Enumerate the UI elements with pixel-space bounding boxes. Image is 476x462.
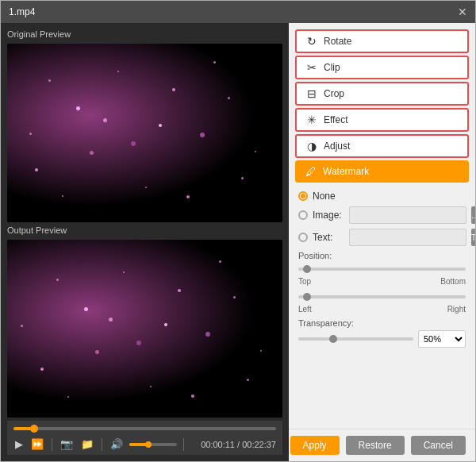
crop-icon: ⊟ xyxy=(305,87,319,100)
progress-track[interactable] xyxy=(13,427,276,430)
transparency-value-select[interactable]: 50% xyxy=(418,330,466,348)
right-label: Right xyxy=(447,305,466,314)
top-bottom-track xyxy=(298,268,466,271)
progress-bar[interactable] xyxy=(13,424,276,433)
none-radio[interactable] xyxy=(298,191,308,201)
watermark-content: None Image: ... Text: T ▦ xyxy=(289,183,475,429)
none-option-row: None xyxy=(298,191,466,202)
time-current: 00:00:11 xyxy=(201,440,235,449)
rotate-label: Rotate xyxy=(324,36,351,47)
volume-slider[interactable] xyxy=(129,443,177,446)
clip-button[interactable]: ✂ Clip xyxy=(295,56,469,79)
tool-buttons: ↻ Rotate ✂ Clip ⊟ Crop ✳ Effect ◑ Adju xyxy=(289,23,475,183)
output-preview xyxy=(7,240,282,418)
clip-label: Clip xyxy=(324,62,340,73)
adjust-label: Adjust xyxy=(324,141,350,152)
top-bottom-thumb[interactable] xyxy=(303,265,311,273)
watermark-label: Watermark xyxy=(323,166,369,177)
close-button[interactable]: ✕ xyxy=(458,6,467,17)
time-total: 00:22:37 xyxy=(242,440,276,449)
divider-3 xyxy=(183,438,184,451)
folder-button[interactable]: 📁 xyxy=(79,437,95,452)
left-right-labels: Left Right xyxy=(298,305,466,314)
text-format-button[interactable]: T xyxy=(471,229,475,246)
effect-button[interactable]: ✳ Effect xyxy=(295,108,469,132)
left-panel: Original Preview xyxy=(1,23,289,461)
watermark-icon: 🖊 xyxy=(304,165,318,178)
apply-button[interactable]: Apply xyxy=(290,436,340,455)
right-panel: ↻ Rotate ✂ Clip ⊟ Crop ✳ Effect ◑ Adju xyxy=(289,23,475,461)
transparency-thumb[interactable] xyxy=(329,335,337,343)
watermark-button[interactable]: 🖊 Watermark xyxy=(295,160,469,183)
rotate-button[interactable]: ↻ Rotate xyxy=(295,29,469,53)
left-label: Left xyxy=(298,305,312,314)
text-label: Text: xyxy=(313,232,344,243)
image-browse-button[interactable]: ... xyxy=(471,206,475,224)
capture-button[interactable]: 📷 xyxy=(59,437,75,452)
rotate-icon: ↻ xyxy=(305,35,319,48)
original-preview xyxy=(7,44,282,222)
left-right-slider[interactable] xyxy=(298,291,466,303)
transparency-track xyxy=(298,337,413,341)
top-bottom-labels: Top Bottom xyxy=(298,277,466,286)
crop-label: Crop xyxy=(324,88,344,99)
text-option-row: Text: T ▦ xyxy=(298,229,466,246)
transparency-slider[interactable] xyxy=(298,333,413,345)
effect-label: Effect xyxy=(324,114,347,125)
transparency-row: 50% xyxy=(298,330,466,348)
divider-2 xyxy=(102,438,102,451)
image-label: Image: xyxy=(313,210,344,221)
time-separator: / xyxy=(237,440,240,449)
main-window: 1.mp4 ✕ Original Preview xyxy=(0,0,476,462)
text-input[interactable] xyxy=(349,229,466,246)
adjust-icon: ◑ xyxy=(305,140,319,152)
original-video-thumb xyxy=(7,44,282,222)
output-preview-label: Output Preview xyxy=(7,225,282,235)
main-area: Original Preview xyxy=(1,23,475,461)
output-video-thumb xyxy=(7,240,282,418)
text-radio[interactable] xyxy=(298,233,308,242)
bottom-label: Bottom xyxy=(440,277,466,286)
bottom-bar: Apply Restore Cancel xyxy=(289,429,475,461)
image-radio[interactable] xyxy=(298,210,308,220)
restore-button[interactable]: Restore xyxy=(346,436,405,455)
crop-button[interactable]: ⊟ Crop xyxy=(295,82,469,106)
left-right-thumb[interactable] xyxy=(303,293,311,301)
fast-forward-button[interactable]: ⏩ xyxy=(29,437,45,452)
title-bar: 1.mp4 ✕ xyxy=(1,1,475,23)
progress-thumb[interactable] xyxy=(30,425,38,433)
divider-1 xyxy=(52,438,52,451)
top-label: Top xyxy=(298,277,311,286)
time-display: 00:00:11 / 00:22:37 xyxy=(201,440,276,449)
transparency-label: Transparency: xyxy=(298,318,466,328)
top-bottom-slider[interactable] xyxy=(298,263,466,275)
none-label: None xyxy=(313,191,344,202)
volume-thumb[interactable] xyxy=(145,441,152,448)
image-option-row: Image: ... xyxy=(298,206,466,224)
cancel-button[interactable]: Cancel xyxy=(411,436,466,455)
position-label: Position: xyxy=(298,251,466,260)
effect-icon: ✳ xyxy=(305,114,319,126)
image-input[interactable] xyxy=(349,206,466,224)
original-preview-label: Original Preview xyxy=(7,29,282,39)
window-title: 1.mp4 xyxy=(9,6,35,17)
play-button[interactable]: ▶ xyxy=(13,437,25,452)
control-row: ▶ ⏩ 📷 📁 🔊 00:00:11 / 00:22:37 xyxy=(13,437,276,452)
mute-button[interactable]: 🔊 xyxy=(109,437,125,452)
player-controls: ▶ ⏩ 📷 📁 🔊 00:00:11 / 00:22:37 xyxy=(7,421,282,455)
clip-icon: ✂ xyxy=(305,61,319,74)
adjust-button[interactable]: ◑ Adjust xyxy=(295,134,469,158)
left-right-track xyxy=(298,295,466,298)
